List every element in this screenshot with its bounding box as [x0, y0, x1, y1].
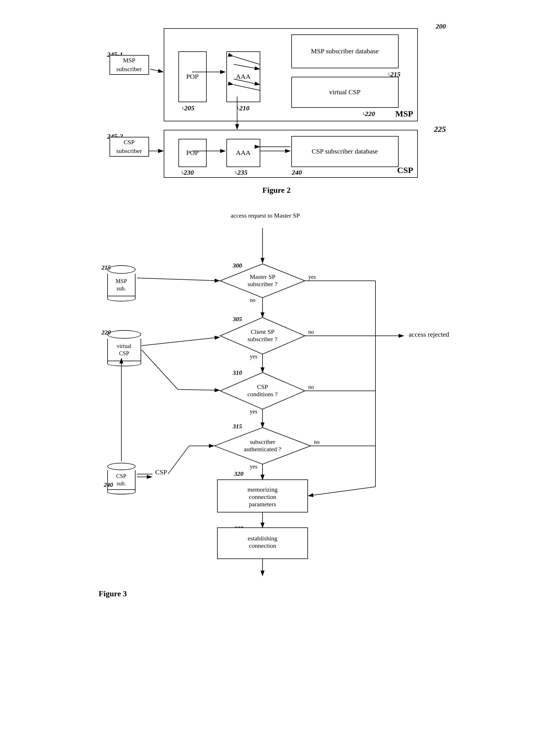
csp-label: CSP	[397, 165, 413, 175]
label-240-fig3: 240	[104, 481, 113, 489]
virtual-csp: virtual CSP	[291, 77, 399, 108]
num-320: 320	[234, 470, 244, 478]
svg-text:conditions ?: conditions ?	[247, 391, 278, 398]
svg-text:subscriber ?: subscriber ?	[248, 280, 278, 287]
csp-sub-db: CSP subscriber database	[291, 136, 399, 167]
num-305: 305	[233, 316, 242, 323]
svg-line-62	[168, 446, 189, 474]
label-200: 200	[436, 22, 446, 30]
svg-text:CSP: CSP	[257, 383, 268, 390]
page: 200 MSP POP └205 AAA └210 MSP subscriber…	[0, 0, 553, 756]
num-210: └210	[236, 104, 249, 112]
svg-marker-23	[220, 318, 305, 354]
msp-sub-cylinder: MSP sub.	[107, 265, 136, 302]
access-rejected-label: access rejected	[406, 330, 452, 339]
label-215-fig3: 215	[102, 264, 111, 271]
svg-marker-32	[220, 372, 305, 409]
svg-text:subscriber ?: subscriber ?	[248, 336, 278, 343]
csp-outer-box: CSP POP └230 AAA └235 CSP subscriber dat…	[164, 130, 418, 178]
msp-sub-db: MSP subscriber database	[291, 34, 399, 68]
svg-line-57	[142, 337, 220, 346]
num-205: └205	[181, 104, 194, 112]
svg-text:yes: yes	[250, 408, 257, 415]
svg-text:establishing: establishing	[248, 535, 277, 542]
num-235: └235	[234, 169, 248, 176]
svg-text:yes: yes	[308, 274, 316, 280]
svg-text:memorizing: memorizing	[247, 486, 277, 493]
pop-230: POP	[178, 139, 207, 167]
svg-marker-39	[215, 427, 311, 464]
msp-outer-box: MSP POP └205 AAA └210 MSP subscriber dat…	[164, 28, 418, 121]
svg-text:yes: yes	[250, 464, 257, 470]
num-315: 315	[233, 423, 242, 430]
svg-text:no: no	[308, 329, 314, 335]
virtual-csp-cylinder: virtual CSP	[107, 330, 141, 366]
num-220: └220	[362, 110, 375, 118]
access-request-label: access request to Master SP	[229, 212, 302, 220]
figure2-diagram: 200 MSP POP └205 AAA └210 MSP subscriber…	[107, 22, 446, 181]
svg-text:connection: connection	[249, 542, 276, 549]
num-240: 240	[292, 169, 302, 176]
pop-205: POP	[178, 51, 207, 102]
num-310: 310	[233, 369, 242, 376]
csp-label-fig3: CSP	[155, 469, 167, 476]
figure3-diagram: access request to Master SP MSP sub. 215…	[93, 209, 460, 598]
svg-line-50	[308, 487, 376, 496]
svg-text:no: no	[250, 297, 255, 303]
svg-text:subscriber: subscriber	[249, 438, 275, 445]
svg-text:authenticated ?: authenticated ?	[244, 445, 281, 453]
svg-text:no: no	[314, 439, 320, 445]
msp-subscriber: MSP subscriber	[109, 55, 149, 75]
svg-text:no: no	[308, 384, 314, 390]
svg-line-2	[150, 69, 163, 72]
svg-line-59	[178, 390, 220, 390]
aaa-235: AAA	[226, 139, 260, 167]
fig3-shapes: Master SP subscriber ? yes no Client SP …	[93, 209, 460, 598]
csp-subscriber: CSP subscriber	[109, 137, 149, 157]
figure2-caption: Figure 2	[22, 186, 531, 195]
svg-rect-52	[217, 528, 308, 559]
csp-sub-cylinder: CSP sub.	[107, 463, 136, 494]
svg-text:Master SP: Master SP	[249, 273, 275, 280]
svg-text:connection: connection	[249, 493, 276, 500]
svg-line-56	[137, 278, 220, 281]
svg-text:parameters: parameters	[249, 501, 276, 508]
label-220-fig3: 220	[102, 329, 111, 336]
svg-rect-46	[217, 480, 308, 512]
num-230: └230	[181, 169, 194, 176]
svg-line-58	[142, 350, 178, 390]
msp-label: MSP	[395, 109, 413, 118]
label-225: 225	[434, 125, 446, 134]
aaa-210: AAA	[226, 51, 260, 102]
figure3-caption: Figure 3	[99, 589, 127, 598]
svg-text:Client SP: Client SP	[251, 328, 274, 335]
svg-text:yes: yes	[250, 353, 257, 360]
num-300: 300	[233, 262, 242, 269]
num-325: 325	[234, 525, 244, 532]
